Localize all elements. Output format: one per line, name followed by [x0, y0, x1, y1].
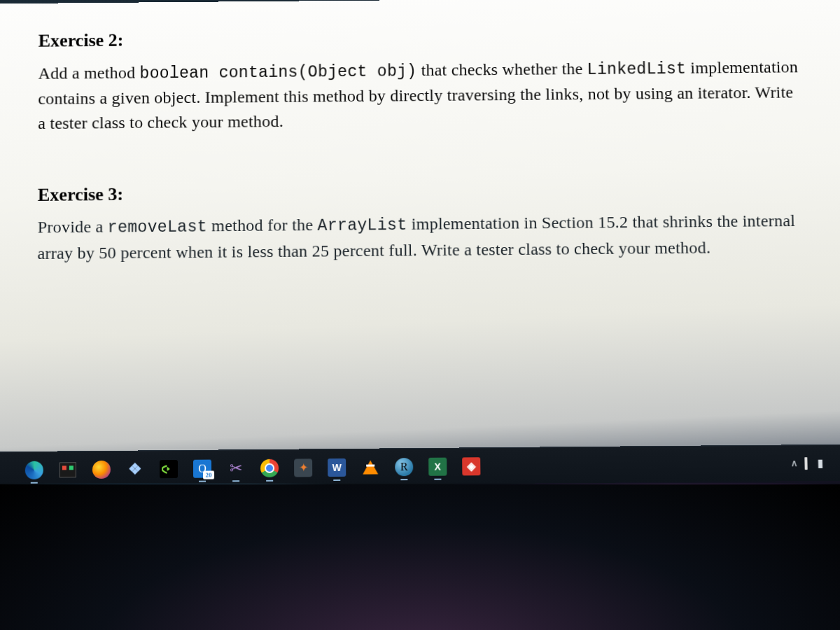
taskbar-snip-button[interactable]: ✂ [221, 454, 251, 482]
taskbar-store-button[interactable] [53, 456, 83, 484]
taskbar-excel-button[interactable]: X [423, 452, 452, 480]
taskbar-chrome-button[interactable] [255, 454, 284, 482]
code-inline: removeLast [108, 218, 207, 237]
taskbar-word-button[interactable]: W [322, 453, 351, 481]
edge-icon [25, 461, 43, 479]
rstudio-icon: R [395, 458, 413, 476]
nvidia-icon [160, 459, 178, 477]
exercise-3-body: Provide a removeLast method for the Arra… [37, 209, 806, 266]
word-icon: W [328, 458, 346, 476]
taskbar-dropbox-button[interactable]: ❖ [120, 455, 150, 483]
text: Provide a [38, 218, 108, 237]
taskbar: ❖ O 20 ✂ ✦ W R [0, 444, 840, 488]
tray-overflow-icon[interactable]: ∧ [790, 457, 797, 469]
system-tray[interactable]: ∧ ▮ [790, 456, 836, 470]
anydesk-icon: ◈ [462, 457, 480, 475]
chrome-icon [260, 458, 279, 477]
exercise-2-heading: Exercise 2: [38, 21, 803, 54]
text: Add a method [38, 63, 140, 82]
exercise-2-body: Add a method boolean contains(Object obj… [38, 55, 804, 136]
document-page: Exercise 2: Add a method boolean contain… [0, 0, 840, 457]
dropbox-icon: ❖ [126, 460, 144, 478]
taskbar-vlc-button[interactable] [356, 453, 385, 481]
code-inline: LinkedList [587, 59, 687, 78]
vmware-icon: ✦ [294, 458, 312, 477]
desk-area [0, 484, 840, 630]
taskbar-outlook-button[interactable]: O 20 [188, 454, 217, 482]
vlc-icon [363, 460, 378, 474]
screen: Exercise 2: Add a method boolean contain… [0, 0, 840, 630]
exercise-3-heading: Exercise 3: [38, 175, 806, 209]
outlook-badge: 20 [203, 470, 214, 479]
taskbar-anydesk-button[interactable]: ◈ [456, 452, 486, 480]
excel-icon: X [428, 457, 447, 475]
store-icon [59, 462, 76, 477]
taskbar-edge-button[interactable] [20, 456, 49, 484]
firefox-icon [92, 460, 111, 478]
outlook-icon: O 20 [193, 459, 211, 477]
pen-icon[interactable] [804, 457, 807, 470]
code-inline: boolean contains(Object obj) [139, 62, 416, 83]
taskbar-firefox-button[interactable] [87, 455, 116, 483]
taskbar-nvidia-button[interactable] [154, 454, 183, 482]
code-inline: ArrayList [317, 216, 407, 235]
taskbar-vmware-button[interactable]: ✦ [288, 454, 318, 482]
text: method for the [207, 216, 318, 235]
text: that checks whether the [416, 59, 587, 79]
battery-icon[interactable]: ▮ [817, 456, 823, 470]
scissors-icon: ✂ [227, 459, 245, 477]
taskbar-rstudio-button[interactable]: R [389, 453, 419, 481]
